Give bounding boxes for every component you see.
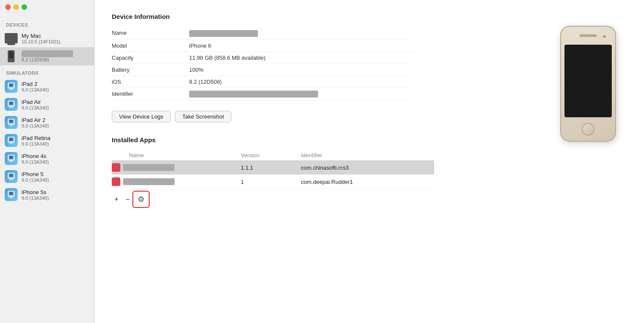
sidebar: DEVICES My Mac 10.10.5 (14F1021) 8.2 (12… [0, 0, 95, 323]
sidebar-sim-version-iphone4s: 9.0 (13A340) [21, 159, 49, 165]
sidebar-item-iphone4s[interactable]: iPhone 4s 9.0 (13A340) [0, 149, 94, 168]
svg-rect-23 [9, 180, 14, 180]
maximize-button[interactable] [21, 4, 27, 10]
phone-illustration [558, 26, 618, 146]
sidebar-sim-name-ipad-air: iPad Air [21, 99, 49, 105]
view-logs-button[interactable]: View Device Logs [112, 111, 171, 122]
battery-value: 100% [189, 64, 413, 76]
svg-rect-22 [9, 179, 12, 180]
svg-rect-2 [9, 88, 12, 90]
sim-icon-ipad-air2 [4, 116, 18, 129]
mac-icon [4, 31, 18, 45]
svg-rect-10 [9, 125, 12, 126]
sidebar-item-my-mac[interactable]: My Mac 10.10.5 (14F1021) [0, 29, 94, 47]
sidebar-item-version-iphone: 8.2 (12D508) [21, 57, 73, 62]
svg-rect-26 [9, 197, 12, 198]
sidebar-sim-version-ipad2: 9.0 (13A340) [21, 87, 49, 92]
main-content: Device Information Name Model iPhone 6 C… [95, 0, 644, 323]
svg-rect-9 [9, 120, 13, 123]
sim-icon-ipad-air [4, 98, 18, 111]
sidebar-sim-version-iphone5: 9.0 (13A340) [21, 177, 49, 183]
simulators-section-label: SIMULATORS [0, 65, 94, 77]
svg-rect-1 [9, 84, 13, 87]
device-info-grid: Name Model iPhone 6 Capacity 11.98 GB (8… [112, 27, 413, 101]
minimize-button[interactable] [13, 4, 19, 10]
sidebar-item-name-iphone [21, 50, 73, 58]
sidebar-sim-version-ipad-air2: 9.0 (13A340) [21, 123, 49, 128]
capacity-value: 11.98 GB (858.6 MB available) [189, 52, 413, 64]
identifier-label: Identifier [112, 88, 189, 101]
name-value [189, 27, 413, 40]
sidebar-sim-version-ipad-retina: 9.0 (13A340) [21, 141, 50, 146]
sidebar-sim-name-iphone5: iPhone 5 [21, 171, 49, 177]
app-icon-0 [112, 163, 120, 172]
app-version-0: 1.1.1 [241, 161, 301, 175]
sidebar-sim-version-iphone5s: 9.0 (13A340) [21, 195, 49, 201]
sidebar-item-iphone-device[interactable]: 8.2 (12D508) [0, 47, 94, 65]
identifier-value [189, 88, 413, 101]
devices-section-label: DEVICES [0, 17, 94, 29]
take-screenshot-button[interactable]: Take Screenshot [175, 111, 231, 122]
sidebar-item-name-my-mac: My Mac [21, 33, 61, 39]
battery-label: Battery [112, 64, 189, 76]
add-app-button[interactable]: + [112, 195, 121, 204]
device-info-title: Device Information [112, 13, 627, 20]
svg-rect-15 [9, 143, 14, 144]
name-label: Name [112, 27, 189, 40]
sidebar-sim-version-ipad-air: 9.0 (13A340) [21, 105, 49, 110]
model-value: iPhone 6 [189, 40, 413, 52]
phone-icon [4, 49, 18, 63]
svg-rect-13 [9, 138, 13, 141]
svg-rect-6 [9, 107, 12, 108]
col-name: Name [112, 150, 241, 161]
svg-rect-17 [9, 156, 13, 159]
sidebar-sim-name-ipad-retina: iPad Retina [21, 135, 50, 141]
sim-icon-iphone4s [4, 152, 18, 165]
sidebar-item-ipad-air[interactable]: iPad Air 9.0 (13A340) [0, 95, 94, 113]
sim-icon-iphone5 [4, 170, 18, 183]
app-name-cell-0 [112, 161, 241, 175]
capacity-label: Capacity [112, 52, 189, 64]
app-identifier-1: com.deepai.Rudder1 [301, 175, 434, 189]
sidebar-item-ipad-retina[interactable]: iPad Retina 9.0 (13A340) [0, 131, 94, 149]
installed-apps-title: Installed Apps [112, 136, 627, 143]
model-label: Model [112, 40, 189, 52]
sim-icon-ipad-retina [4, 134, 18, 147]
app-icon-1 [112, 177, 120, 186]
table-row[interactable]: 1 com.deepai.Rudder1 [112, 175, 434, 189]
svg-rect-3 [9, 89, 14, 90]
close-button[interactable] [5, 4, 11, 10]
sim-icon-ipad2 [4, 79, 18, 93]
svg-rect-25 [9, 192, 13, 195]
sidebar-item-iphone5s[interactable]: iPhone 5s 9.0 (13A340) [0, 186, 94, 204]
svg-rect-11 [9, 125, 14, 126]
svg-rect-19 [9, 162, 14, 162]
sidebar-sim-name-ipad-air2: iPad Air 2 [21, 117, 49, 123]
app-identifier-0: com.chinasofti.rcs3 [301, 161, 434, 175]
action-buttons: View Device Logs Take Screenshot [112, 111, 627, 122]
app-name-cell-1 [112, 175, 241, 189]
svg-rect-27 [9, 198, 14, 198]
sidebar-sim-name-ipad2: iPad 2 [21, 81, 49, 87]
app-controls: + − ⚙ [112, 192, 627, 206]
svg-rect-18 [9, 161, 12, 162]
col-version: Version [241, 150, 301, 161]
gear-button[interactable]: ⚙ [134, 192, 148, 206]
svg-rect-21 [9, 174, 13, 177]
sim-icon-iphone5s [4, 188, 18, 201]
sidebar-item-ipad2[interactable]: iPad 2 9.0 (13A340) [0, 77, 94, 95]
sidebar-item-iphone5[interactable]: iPhone 5 9.0 (13A340) [0, 168, 94, 186]
ios-value: 8.2 (12D508) [189, 76, 413, 88]
gear-button-wrapper: ⚙ [134, 192, 148, 206]
ios-label: iOS [112, 76, 189, 88]
svg-rect-5 [9, 102, 13, 105]
col-identifier: Identifier [301, 150, 434, 161]
svg-rect-7 [9, 107, 14, 108]
sidebar-sim-name-iphone5s: iPhone 5s [21, 189, 49, 195]
sidebar-sim-name-iphone4s: iPhone 4s [21, 153, 49, 159]
sidebar-item-ipad-air2[interactable]: iPad Air 2 9.0 (13A340) [0, 113, 94, 131]
table-row[interactable]: 1.1.1 com.chinasofti.rcs3 [112, 161, 434, 175]
svg-rect-14 [9, 143, 12, 144]
app-version-1: 1 [241, 175, 301, 189]
remove-app-button[interactable]: − [123, 195, 132, 204]
